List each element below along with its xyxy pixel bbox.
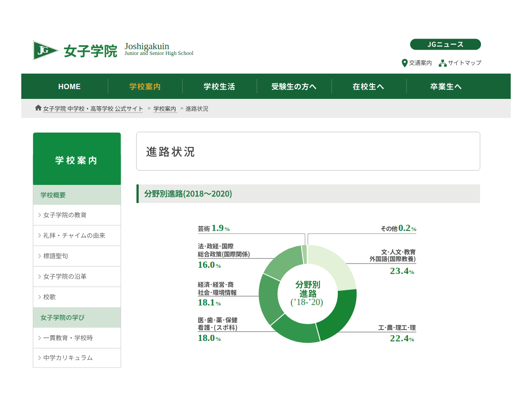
- svg-text:18.1: 18.1: [198, 297, 215, 308]
- svg-text:(’18-’20): (’18-’20): [290, 297, 323, 307]
- svg-text:%: %: [224, 226, 231, 232]
- svg-text:HOME: HOME: [58, 83, 81, 90]
- svg-text:16.0: 16.0: [198, 259, 215, 270]
- svg-text:0.2: 0.2: [399, 222, 411, 233]
- svg-text:G: G: [42, 45, 48, 55]
- svg-text:Junior and Senior High School: Junior and Senior High School: [125, 50, 194, 56]
- svg-text:22.4: 22.4: [390, 332, 409, 344]
- svg-text:1.9: 1.9: [211, 222, 224, 233]
- svg-text:%: %: [411, 226, 417, 232]
- svg-text:%: %: [215, 300, 222, 307]
- svg-text:%: %: [215, 262, 222, 269]
- svg-text:%: %: [409, 269, 415, 275]
- svg-text:%: %: [215, 336, 222, 342]
- svg-text:23.4: 23.4: [390, 265, 409, 276]
- svg-text:%: %: [409, 336, 415, 343]
- svg-text:18.0: 18.0: [198, 332, 215, 343]
